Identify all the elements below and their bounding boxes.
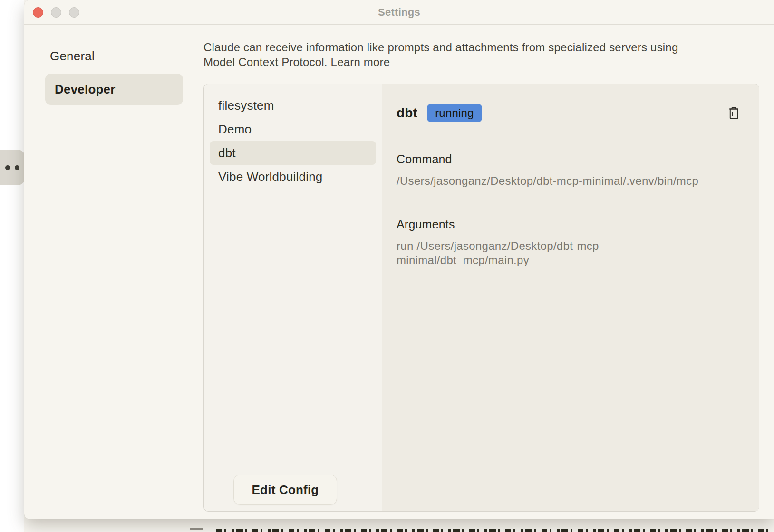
status-badge: running (427, 104, 482, 122)
trash-icon (727, 106, 740, 120)
sidebar-item-developer[interactable]: Developer (45, 74, 183, 105)
arguments-label: Arguments (397, 218, 742, 231)
handle-dot-icon (5, 165, 10, 170)
server-item-demo[interactable]: Demo (204, 117, 382, 141)
description-text: Claude can receive information like prom… (203, 41, 678, 68)
sidebar-item-general[interactable]: General (50, 49, 95, 64)
background-sidebar-handle[interactable] (0, 150, 25, 185)
learn-more-link[interactable]: Learn more (331, 56, 390, 68)
mcp-servers-panel: filesystem Demo dbt Vibe Worldbuilding E… (203, 84, 759, 512)
command-value: /Users/jasonganz/Desktop/dbt-mcp-minimal… (397, 174, 742, 188)
traffic-lights (33, 7, 79, 18)
mcp-description: Claude can receive information like prom… (203, 40, 688, 69)
server-name: dbt (397, 105, 417, 121)
server-item-dbt[interactable]: dbt (210, 141, 376, 165)
maximize-button[interactable] (69, 7, 79, 18)
settings-window: Settings General Developer Claude can re… (24, 0, 774, 519)
command-label: Command (397, 152, 742, 166)
close-button[interactable] (33, 7, 43, 18)
server-item-filesystem[interactable]: filesystem (204, 94, 382, 117)
window-title: Settings (378, 6, 420, 19)
clipped-divider (190, 528, 203, 530)
titlebar[interactable]: Settings (24, 0, 774, 25)
arguments-value: run /Users/jasonganz/Desktop/dbt-mcp-min… (397, 239, 620, 267)
server-item-vibe-worldbuilding[interactable]: Vibe Worldbuilding (204, 165, 382, 189)
handle-dot-icon (15, 165, 19, 170)
edit-config-button[interactable]: Edit Config (233, 475, 337, 505)
delete-server-button[interactable] (726, 105, 742, 121)
minimize-button[interactable] (51, 7, 61, 18)
server-detail-header: dbt running (397, 104, 742, 122)
server-detail-pane: dbt running Command /Users/jasonganz/Des… (382, 84, 759, 511)
server-list-column: filesystem Demo dbt Vibe Worldbuilding E… (204, 84, 382, 511)
background-window-edge (0, 0, 24, 532)
server-list: filesystem Demo dbt Vibe Worldbuilding (204, 84, 382, 189)
clipped-text-strip (216, 529, 774, 532)
